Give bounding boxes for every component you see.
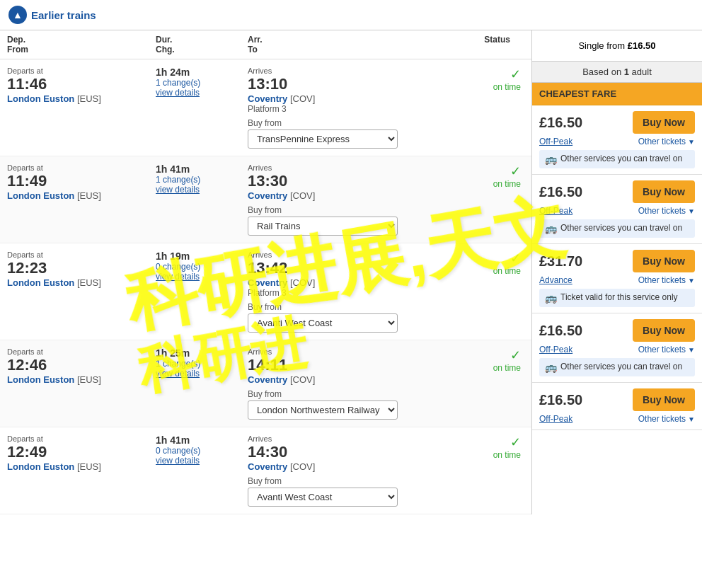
single-price: £16.50	[628, 40, 656, 51]
chevron-down-icon: ▼	[688, 138, 695, 146]
duration-cell: 1h 25m 1 change(s) view details	[156, 347, 248, 379]
view-details-link[interactable]: view details	[156, 369, 248, 379]
view-details-link[interactable]: view details	[156, 185, 248, 195]
cheapest-fare-header: CHEAPEST FARE	[532, 83, 702, 105]
departs-at-label: Departs at	[7, 163, 156, 172]
other-tickets-link[interactable]: Other tickets ▼	[638, 206, 695, 216]
other-tickets-link[interactable]: Other tickets ▼	[638, 414, 695, 424]
departure-cell: Departs at 11:49 London Euston [EUS]	[7, 163, 156, 201]
arr-station-name: Coventry	[248, 190, 287, 201]
duration-changes: 1 change(s)	[156, 175, 248, 185]
arrival-station: Coventry [COV]	[248, 374, 474, 385]
service-note-text: Other services you can travel on	[560, 154, 682, 163]
buy-from-select[interactable]: Avanti West CoastTransPennine ExpressRai…	[248, 313, 398, 333]
buy-from-row: Buy from	[248, 201, 474, 217]
view-details-link[interactable]: view details	[156, 272, 248, 282]
status-check-icon: ✓	[474, 347, 521, 363]
buy-from-label: Buy from	[248, 476, 282, 486]
fare-price: £16.50	[539, 115, 582, 131]
dep-station-name: London Euston	[7, 277, 74, 288]
status-text: on time	[474, 266, 521, 276]
train-row: Departs at 11:46 London Euston [EUS] 1h …	[0, 59, 531, 156]
price-summary: Single from £16.50	[532, 30, 702, 62]
service-note-text: Other services you can travel on	[560, 362, 682, 371]
departure-time: 11:46	[7, 75, 156, 93]
fare-type[interactable]: Off-Peak	[539, 345, 572, 354]
fare-type[interactable]: Off-Peak	[539, 137, 572, 146]
fare-type[interactable]: Advance	[539, 275, 572, 285]
arr-station-name: Coventry	[248, 277, 287, 288]
fare-block: £31.70 Buy Now Advance Other tickets ▼ 🚌…	[532, 244, 702, 313]
buy-now-button[interactable]: Buy Now	[633, 319, 695, 342]
bus-icon: 🚌	[545, 362, 557, 373]
buy-from-select[interactable]: London Northwestern RailwayTransPennine …	[248, 400, 398, 420]
service-note: 🚌 Ticket valid for this service only	[539, 289, 695, 307]
other-tickets-link[interactable]: Other tickets ▼	[638, 137, 695, 146]
arrives-label: Arrives	[248, 434, 474, 443]
single-from-text: Single from	[578, 40, 627, 51]
fare-type[interactable]: Off-Peak	[539, 414, 572, 424]
fare-price: £31.70	[539, 253, 582, 270]
fare-price-row: £16.50 Buy Now	[539, 319, 695, 342]
duration-changes: 1 change(s)	[156, 78, 248, 88]
view-details-link[interactable]: view details	[156, 88, 248, 98]
arrives-label: Arrives	[248, 347, 474, 356]
arrival-station: Coventry [COV]	[248, 461, 474, 472]
buy-now-button[interactable]: Buy Now	[633, 250, 695, 272]
arr-station-name: Coventry	[248, 461, 287, 472]
departs-at-label: Departs at	[7, 67, 156, 75]
fare-type-row: Off-Peak Other tickets ▼	[539, 137, 695, 146]
arrival-time: 14:30	[248, 443, 474, 461]
col-header-duration: Dur. Chg.	[156, 35, 248, 54]
arrival-time: 13:30	[248, 172, 474, 190]
arrival-station: Coventry [COV]	[248, 277, 474, 288]
departure-station: London Euston [EUS]	[7, 190, 156, 201]
buy-from-select[interactable]: TransPennine ExpressAvanti West CoastLon…	[248, 129, 398, 149]
fare-blocks-container: £16.50 Buy Now Off-Peak Other tickets ▼ …	[532, 105, 702, 430]
status-cell: ✓ on time	[474, 67, 524, 92]
status-check-icon: ✓	[474, 163, 521, 179]
train-row: Departs at 12:46 London Euston [EUS] 1h …	[0, 340, 531, 427]
dep-station-name: London Euston	[7, 93, 74, 104]
departure-time: 12:49	[7, 443, 156, 461]
status-text: on time	[474, 450, 521, 460]
arrival-cell: Arrives 13:30 Coventry [COV] Buy from Ra…	[248, 163, 474, 236]
fare-type-row: Off-Peak Other tickets ▼	[539, 345, 695, 354]
status-cell: ✓ on time	[474, 434, 524, 460]
buy-now-button[interactable]: Buy Now	[633, 111, 695, 134]
fare-type-row: Advance Other tickets ▼	[539, 275, 695, 285]
chevron-down-icon: ▼	[688, 277, 695, 284]
based-on: Based on 1 adult	[532, 62, 702, 83]
other-tickets-link[interactable]: Other tickets ▼	[638, 275, 695, 285]
buy-now-button[interactable]: Buy Now	[633, 388, 695, 411]
buy-from-select[interactable]: Rail TrainsTransPennine ExpressAvanti We…	[248, 217, 398, 236]
duration-cell: 1h 41m 0 change(s) view details	[156, 434, 248, 466]
dep-station-code: [EUS]	[77, 461, 101, 472]
view-details-link[interactable]: view details	[156, 456, 248, 466]
status-check-icon: ✓	[474, 67, 521, 82]
status-text: on time	[474, 179, 521, 189]
buy-from-select[interactable]: Avanti West CoastTransPennine ExpressRai…	[248, 488, 398, 507]
bus-icon: 🚌	[545, 154, 557, 165]
departure-cell: Departs at 12:46 London Euston [EUS]	[7, 347, 156, 385]
main-layout: Dep. From Dur. Chg. Arr. To Status Depar…	[0, 30, 702, 514]
fare-block: £16.50 Buy Now Off-Peak Other tickets ▼	[532, 383, 702, 430]
status-cell: ✓ on time	[474, 347, 524, 373]
duration-changes: 1 change(s)	[156, 359, 248, 369]
duration-cell: 1h 24m 1 change(s) view details	[156, 67, 248, 98]
earlier-trains-button[interactable]: ▲ Earlier trains	[8, 6, 96, 24]
left-panel: Dep. From Dur. Chg. Arr. To Status Depar…	[0, 30, 532, 514]
fare-type[interactable]: Off-Peak	[539, 206, 572, 216]
other-tickets-link[interactable]: Other tickets ▼	[638, 345, 695, 354]
arr-station-code: [COV]	[290, 93, 315, 104]
fare-block: £16.50 Buy Now Off-Peak Other tickets ▼ …	[532, 105, 702, 175]
arrival-platform: Platform 3	[248, 288, 474, 298]
dep-station-name: London Euston	[7, 374, 74, 385]
status-cell: ✓ on time	[474, 250, 524, 276]
arrival-time: 13:42	[248, 259, 474, 277]
top-bar: ▲ Earlier trains	[0, 0, 702, 30]
buy-now-button[interactable]: Buy Now	[633, 180, 695, 203]
arrival-station: Coventry [COV]	[248, 190, 474, 201]
arr-station-code: [COV]	[290, 277, 315, 288]
arrival-cell: Arrives 13:42 Coventry [COV] Platform 3 …	[248, 250, 474, 333]
